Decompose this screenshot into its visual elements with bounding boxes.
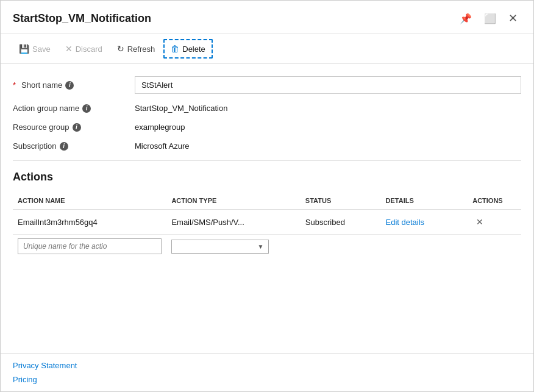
remove-row-button[interactable]: ✕ [472,216,487,228]
discard-icon: ✕ [65,44,73,54]
table-body: EmailInt3m3rhm56gq4 Email/SMS/Push/V... … [13,210,521,258]
resource-group-value: examplegroup [135,123,521,132]
subscription-label: Subscription [13,141,57,151]
required-star: * [13,80,16,90]
save-label: Save [32,45,51,54]
save-button[interactable]: 💾 Save [13,40,57,57]
panel-title: StartStop_VM_Notification [13,12,151,25]
delete-icon: 🗑 [171,44,179,54]
row-status: Subscribed [301,210,381,235]
edit-details-link[interactable]: Edit details [386,218,425,227]
short-name-info-icon[interactable]: i [65,81,74,90]
col-header-actions: ACTIONS [468,192,521,210]
short-name-input-wrapper [135,76,521,94]
resource-group-row: Resource group i examplegroup [13,123,521,132]
resource-group-info-icon[interactable]: i [73,123,81,132]
action-group-name-info-icon[interactable]: i [82,104,91,113]
discard-label: Discard [76,45,102,54]
refresh-label: Refresh [127,45,155,54]
delete-button[interactable]: 🗑 Delete [163,39,213,59]
pin-button[interactable]: 📌 [456,10,475,27]
subscription-value: Microsoft Azure [135,141,521,151]
empty-status-cell [301,235,381,258]
table-row: EmailInt3m3rhm56gq4 Email/SMS/Push/V... … [13,210,521,235]
short-name-row: * Short name i [13,76,521,94]
discard-button[interactable]: ✕ Discard [59,40,109,57]
row-details: Edit details [381,210,468,235]
row-actions: ✕ [468,210,521,235]
refresh-button[interactable]: ↻ Refresh [111,40,162,57]
maximize-icon: ⬜ [484,13,496,24]
subscription-info-icon[interactable]: i [60,142,68,151]
close-icon: ✕ [508,12,518,24]
empty-details-cell [381,235,468,258]
new-action-name-input[interactable] [18,238,162,254]
title-actions: 📌 ⬜ ✕ [456,9,521,27]
table-header: ACTION NAME ACTION TYPE STATUS DETAILS A… [13,192,521,210]
chevron-down-icon: ▼ [257,243,263,250]
refresh-icon: ↻ [117,44,124,54]
resource-group-label: Resource group [13,123,69,132]
action-group-name-value: StartStop_VM_Notification [135,104,521,113]
empty-actions-cell [468,235,521,258]
col-header-details: DETAILS [381,192,468,210]
divider [13,160,521,161]
new-action-row: ▼ [13,235,521,258]
action-group-name-label-container: Action group name i [13,104,135,113]
panel: StartStop_VM_Notification 📌 ⬜ ✕ 💾 Save ✕… [0,0,534,392]
col-header-status: STATUS [301,192,381,210]
actions-section-title: Actions [13,171,521,184]
subscription-row: Subscription i Microsoft Azure [13,141,521,151]
new-action-type-select[interactable]: ▼ [171,240,269,254]
row-action-type: Email/SMS/Push/V... [166,210,300,235]
short-name-label-container: * Short name i [13,80,135,90]
delete-label: Delete [182,45,205,54]
row-action-name: EmailInt3m3rhm56gq4 [13,210,166,235]
pricing-link[interactable]: Pricing [13,375,521,384]
new-action-type-cell: ▼ [166,235,300,258]
resource-group-label-container: Resource group i [13,123,135,132]
table-header-row: ACTION NAME ACTION TYPE STATUS DETAILS A… [13,192,521,210]
maximize-button[interactable]: ⬜ [480,10,500,27]
subscription-label-container: Subscription i [13,141,135,151]
save-icon: 💾 [19,44,29,54]
actions-table: ACTION NAME ACTION TYPE STATUS DETAILS A… [13,192,521,258]
action-group-name-label: Action group name [13,104,79,113]
content-area: * Short name i Action group name i Start… [1,64,533,353]
short-name-input[interactable] [135,76,521,94]
col-header-action-type: ACTION TYPE [166,192,300,210]
short-name-label: Short name [21,80,62,90]
footer: Privacy Statement Pricing [1,353,533,391]
toolbar: 💾 Save ✕ Discard ↻ Refresh 🗑 Delete [1,34,533,64]
title-bar: StartStop_VM_Notification 📌 ⬜ ✕ [1,1,533,34]
new-action-name-cell [13,235,166,258]
col-header-action-name: ACTION NAME [13,192,166,210]
close-button[interactable]: ✕ [505,9,521,27]
pin-icon: 📌 [460,13,472,24]
privacy-link[interactable]: Privacy Statement [13,361,521,370]
action-group-name-row: Action group name i StartStop_VM_Notific… [13,104,521,113]
